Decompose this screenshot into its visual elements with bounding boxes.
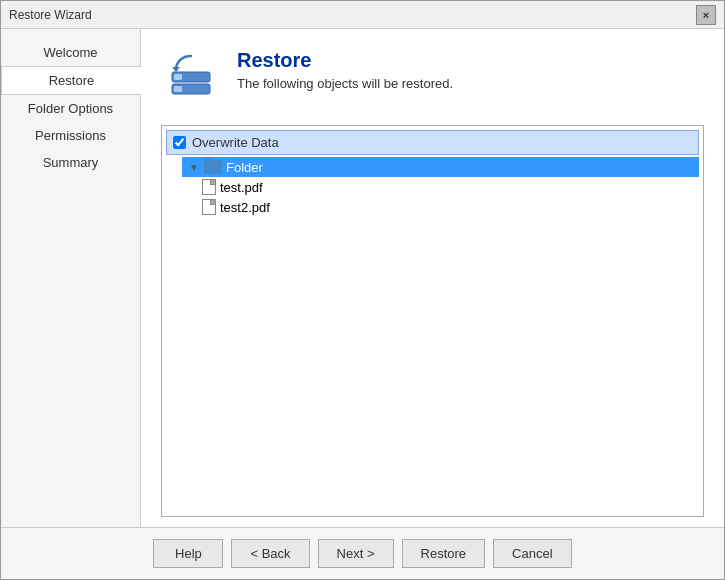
file-name-2: test2.pdf [220,200,270,215]
close-button[interactable]: × [696,5,716,25]
svg-rect-2 [174,74,182,80]
tree-container: Overwrite Data ▼ Folder test.pdf [161,125,704,517]
help-button[interactable]: Help [153,539,223,568]
overwrite-checkbox[interactable] [173,136,186,149]
page-heading: Restore [237,49,453,72]
folder-icon [204,160,222,174]
file-list: test.pdf test2.pdf [198,177,699,217]
main-header: Restore The following objects will be re… [161,49,704,109]
window-title: Restore Wizard [9,8,92,22]
svg-rect-3 [174,86,182,92]
file-item-1[interactable]: test.pdf [198,177,699,197]
header-text: Restore The following objects will be re… [237,49,453,91]
restore-icon [161,49,221,109]
title-bar: Restore Wizard × [1,1,724,29]
file-name-1: test.pdf [220,180,263,195]
page-description: The following objects will be restored. [237,76,453,91]
file-icon-2 [202,199,216,215]
content-area: Welcome Restore Folder Options Permissio… [1,29,724,527]
sidebar-item-permissions[interactable]: Permissions [1,122,140,149]
back-button[interactable]: < Back [231,539,309,568]
sidebar-item-restore[interactable]: Restore [1,66,141,95]
file-item-2[interactable]: test2.pdf [198,197,699,217]
sidebar-item-folder-options[interactable]: Folder Options [1,95,140,122]
sidebar-item-summary[interactable]: Summary [1,149,140,176]
tree-toggle-icon[interactable]: ▼ [186,159,202,175]
file-icon-1 [202,179,216,195]
overwrite-label[interactable]: Overwrite Data [192,135,279,150]
folder-label: Folder [226,160,263,175]
footer: Help < Back Next > Restore Cancel [1,527,724,579]
cancel-button[interactable]: Cancel [493,539,571,568]
main-panel: Restore The following objects will be re… [141,29,724,527]
tree-folder-section: ▼ Folder test.pdf test2.pdf [182,157,699,217]
restore-button[interactable]: Restore [402,539,486,568]
restore-wizard-window: Restore Wizard × Welcome Restore Folder … [0,0,725,580]
sidebar: Welcome Restore Folder Options Permissio… [1,29,141,527]
svg-marker-4 [172,67,180,72]
sidebar-item-welcome[interactable]: Welcome [1,39,140,66]
overwrite-row[interactable]: Overwrite Data [166,130,699,155]
folder-item[interactable]: ▼ Folder [182,157,699,177]
next-button[interactable]: Next > [318,539,394,568]
